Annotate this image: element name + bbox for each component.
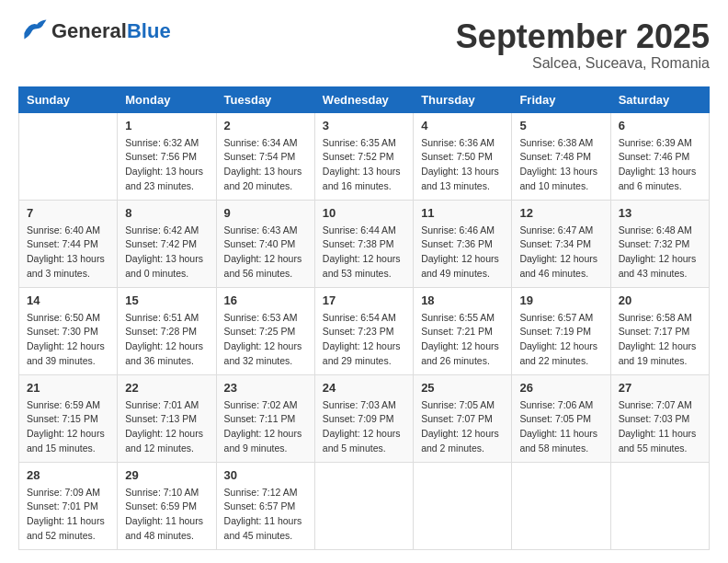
day-number: 17: [323, 293, 405, 307]
calendar-day-cell: 7Sunrise: 6:40 AMSunset: 7:44 PMDaylight…: [19, 200, 118, 287]
day-info: Sunrise: 7:06 AMSunset: 7:05 PMDaylight:…: [519, 398, 602, 456]
day-number: 6: [619, 119, 701, 132]
calendar-day-cell: 11Sunrise: 6:46 AMSunset: 7:36 PMDayligh…: [414, 200, 512, 287]
calendar-week-row: 1Sunrise: 6:32 AMSunset: 7:56 PMDaylight…: [19, 112, 710, 200]
calendar-week-row: 14Sunrise: 6:50 AMSunset: 7:30 PMDayligh…: [19, 287, 710, 374]
day-info: Sunrise: 6:55 AMSunset: 7:21 PMDaylight:…: [421, 311, 504, 369]
day-info: Sunrise: 6:39 AMSunset: 7:46 PMDaylight:…: [619, 136, 701, 194]
day-info: Sunrise: 6:38 AMSunset: 7:48 PMDaylight:…: [519, 136, 602, 194]
day-info: Sunrise: 7:05 AMSunset: 7:07 PMDaylight:…: [421, 398, 504, 456]
day-info: Sunrise: 7:07 AMSunset: 7:03 PMDaylight:…: [619, 398, 701, 456]
calendar-day-cell: 10Sunrise: 6:44 AMSunset: 7:38 PMDayligh…: [314, 200, 413, 287]
day-info: Sunrise: 6:43 AMSunset: 7:40 PMDaylight:…: [224, 224, 307, 282]
calendar-day-cell: 27Sunrise: 7:07 AMSunset: 7:03 PMDayligh…: [610, 374, 709, 462]
weekday-header: Friday: [512, 86, 610, 112]
day-info: Sunrise: 6:36 AMSunset: 7:50 PMDaylight:…: [421, 136, 504, 194]
calendar-day-cell: 28Sunrise: 7:09 AMSunset: 7:01 PMDayligh…: [19, 462, 118, 549]
day-number: 8: [125, 206, 208, 220]
logo-text: GeneralBlue: [51, 20, 171, 42]
calendar-table: SundayMondayTuesdayWednesdayThursdayFrid…: [18, 86, 710, 550]
day-number: 18: [421, 293, 504, 307]
day-number: 12: [519, 206, 602, 220]
calendar-day-cell: 8Sunrise: 6:42 AMSunset: 7:42 PMDaylight…: [118, 200, 216, 287]
calendar-day-cell: [512, 462, 610, 549]
day-info: Sunrise: 6:47 AMSunset: 7:34 PMDaylight:…: [519, 224, 602, 282]
calendar-day-cell: 12Sunrise: 6:47 AMSunset: 7:34 PMDayligh…: [512, 200, 610, 287]
day-number: 19: [519, 293, 602, 307]
calendar-day-cell: [314, 462, 413, 549]
day-info: Sunrise: 6:32 AMSunset: 7:56 PMDaylight:…: [125, 136, 208, 194]
calendar-day-cell: 22Sunrise: 7:01 AMSunset: 7:13 PMDayligh…: [118, 374, 216, 462]
day-number: 22: [125, 381, 208, 395]
day-number: 10: [323, 206, 405, 220]
day-number: 24: [323, 381, 405, 395]
day-info: Sunrise: 6:46 AMSunset: 7:36 PMDaylight:…: [421, 224, 504, 282]
calendar-day-cell: 25Sunrise: 7:05 AMSunset: 7:07 PMDayligh…: [414, 374, 512, 462]
day-info: Sunrise: 6:35 AMSunset: 7:52 PMDaylight:…: [323, 136, 405, 194]
day-info: Sunrise: 6:58 AMSunset: 7:17 PMDaylight:…: [619, 311, 701, 369]
weekday-header: Saturday: [610, 86, 709, 112]
day-info: Sunrise: 6:50 AMSunset: 7:30 PMDaylight:…: [27, 311, 109, 369]
page-header: GeneralBlue September 2025 Salcea, Sucea…: [18, 18, 710, 72]
calendar-day-cell: [610, 462, 709, 549]
day-number: 3: [323, 119, 405, 132]
calendar-day-cell: 2Sunrise: 6:34 AMSunset: 7:54 PMDaylight…: [216, 112, 314, 200]
logo: GeneralBlue: [18, 18, 171, 44]
day-info: Sunrise: 7:10 AMSunset: 6:59 PMDaylight:…: [125, 486, 208, 544]
calendar-day-cell: 5Sunrise: 6:38 AMSunset: 7:48 PMDaylight…: [512, 112, 610, 200]
day-number: 7: [27, 206, 109, 220]
day-number: 16: [224, 293, 307, 307]
calendar-day-cell: [19, 112, 118, 200]
calendar-day-cell: 19Sunrise: 6:57 AMSunset: 7:19 PMDayligh…: [512, 287, 610, 374]
calendar-day-cell: 17Sunrise: 6:54 AMSunset: 7:23 PMDayligh…: [314, 287, 413, 374]
calendar-day-cell: 30Sunrise: 7:12 AMSunset: 6:57 PMDayligh…: [216, 462, 314, 549]
calendar-day-cell: 20Sunrise: 6:58 AMSunset: 7:17 PMDayligh…: [610, 287, 709, 374]
calendar-week-row: 28Sunrise: 7:09 AMSunset: 7:01 PMDayligh…: [19, 462, 710, 549]
day-info: Sunrise: 6:59 AMSunset: 7:15 PMDaylight:…: [27, 398, 109, 456]
day-number: 25: [421, 381, 504, 395]
calendar-day-cell: 24Sunrise: 7:03 AMSunset: 7:09 PMDayligh…: [314, 374, 413, 462]
day-info: Sunrise: 6:34 AMSunset: 7:54 PMDaylight:…: [224, 136, 307, 194]
day-number: 13: [619, 206, 701, 220]
title-block: September 2025 Salcea, Suceava, Romania: [456, 18, 710, 72]
calendar-day-cell: 13Sunrise: 6:48 AMSunset: 7:32 PMDayligh…: [610, 200, 709, 287]
day-number: 26: [519, 381, 602, 395]
day-number: 9: [224, 206, 307, 220]
calendar-day-cell: 18Sunrise: 6:55 AMSunset: 7:21 PMDayligh…: [414, 287, 512, 374]
calendar-day-cell: 29Sunrise: 7:10 AMSunset: 6:59 PMDayligh…: [118, 462, 216, 549]
day-number: 20: [619, 293, 701, 307]
calendar-day-cell: 9Sunrise: 6:43 AMSunset: 7:40 PMDaylight…: [216, 200, 314, 287]
day-number: 5: [519, 119, 602, 132]
day-info: Sunrise: 6:54 AMSunset: 7:23 PMDaylight:…: [323, 311, 405, 369]
day-info: Sunrise: 7:01 AMSunset: 7:13 PMDaylight:…: [125, 398, 208, 456]
day-number: 28: [27, 468, 109, 482]
calendar-day-cell: 14Sunrise: 6:50 AMSunset: 7:30 PMDayligh…: [19, 287, 118, 374]
calendar-week-row: 21Sunrise: 6:59 AMSunset: 7:15 PMDayligh…: [19, 374, 710, 462]
day-number: 14: [27, 293, 109, 307]
day-number: 29: [125, 468, 208, 482]
day-info: Sunrise: 6:40 AMSunset: 7:44 PMDaylight:…: [27, 224, 109, 282]
day-info: Sunrise: 7:09 AMSunset: 7:01 PMDaylight:…: [27, 486, 109, 544]
day-number: 2: [224, 119, 307, 132]
day-info: Sunrise: 6:48 AMSunset: 7:32 PMDaylight:…: [619, 224, 701, 282]
weekday-header: Thursday: [414, 86, 512, 112]
day-info: Sunrise: 6:42 AMSunset: 7:42 PMDaylight:…: [125, 224, 208, 282]
day-info: Sunrise: 6:51 AMSunset: 7:28 PMDaylight:…: [125, 311, 208, 369]
calendar-week-row: 7Sunrise: 6:40 AMSunset: 7:44 PMDaylight…: [19, 200, 710, 287]
calendar-day-cell: 21Sunrise: 6:59 AMSunset: 7:15 PMDayligh…: [19, 374, 118, 462]
day-info: Sunrise: 6:57 AMSunset: 7:19 PMDaylight:…: [519, 311, 602, 369]
calendar-day-cell: 16Sunrise: 6:53 AMSunset: 7:25 PMDayligh…: [216, 287, 314, 374]
month-title: September 2025: [456, 18, 710, 55]
day-info: Sunrise: 7:12 AMSunset: 6:57 PMDaylight:…: [224, 486, 307, 544]
day-number: 27: [619, 381, 701, 395]
day-info: Sunrise: 7:02 AMSunset: 7:11 PMDaylight:…: [224, 398, 307, 456]
calendar-day-cell: 26Sunrise: 7:06 AMSunset: 7:05 PMDayligh…: [512, 374, 610, 462]
location-title: Salcea, Suceava, Romania: [456, 55, 710, 72]
day-number: 11: [421, 206, 504, 220]
calendar-day-cell: 3Sunrise: 6:35 AMSunset: 7:52 PMDaylight…: [314, 112, 413, 200]
weekday-header: Monday: [118, 86, 216, 112]
calendar-day-cell: 1Sunrise: 6:32 AMSunset: 7:56 PMDaylight…: [118, 112, 216, 200]
weekday-header: Wednesday: [314, 86, 413, 112]
calendar-day-cell: 23Sunrise: 7:02 AMSunset: 7:11 PMDayligh…: [216, 374, 314, 462]
day-info: Sunrise: 6:44 AMSunset: 7:38 PMDaylight:…: [323, 224, 405, 282]
